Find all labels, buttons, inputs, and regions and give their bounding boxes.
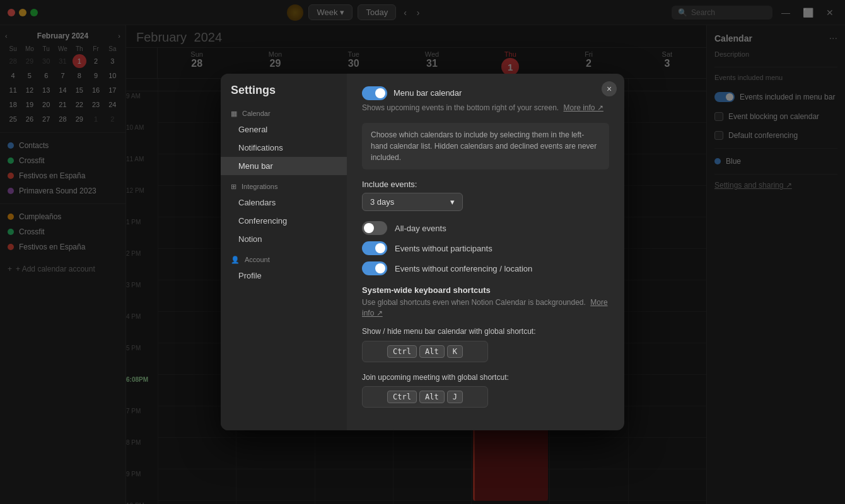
modal-overlay[interactable]: Settings ▦ Calendar General Notification… (0, 0, 845, 504)
shortcut-ctrl1: Ctrl (387, 345, 417, 358)
settings-nav-integrations-group: ⊞ Integrations Calendars Conferencing No… (221, 180, 347, 248)
settings-title: Settings (221, 84, 347, 107)
chevron-down-icon: ▾ (450, 197, 455, 207)
shortcut-show-hide-box: Ctrl Alt K (362, 341, 488, 362)
settings-nav-integrations-header: ⊞ Integrations (221, 180, 347, 193)
shortcut-ctrl2: Ctrl (387, 391, 417, 403)
menu-bar-calendar-desc-text: Shows upcoming events in the bottom righ… (362, 103, 559, 112)
shortcut-k: K (447, 345, 463, 358)
settings-nav-account-group: 👤 Account Profile (221, 253, 347, 285)
shortcut-j: J (447, 391, 463, 403)
settings-nav-integrations-label: Integrations (242, 183, 277, 190)
keyboard-shortcuts-section: System-wide keyboard shortcuts Use globa… (362, 285, 609, 408)
settings-nav-conferencing[interactable]: Conferencing (221, 212, 347, 230)
include-events-label: Include events: (362, 180, 609, 189)
menu-bar-calendar-row: Menu bar calendar Shows upcoming events … (362, 86, 609, 113)
settings-close-button[interactable]: × (602, 81, 617, 96)
shortcut-alt1: Alt (419, 345, 445, 358)
settings-nav-calendar-group: ▦ Calendar General Notifications Menu ba… (221, 107, 347, 175)
keyboard-shortcuts-header: System-wide keyboard shortcuts (362, 285, 609, 295)
keyboard-shortcuts-desc-text: Use global shortcuts even when Notion Ca… (362, 298, 586, 307)
all-day-events-toggle[interactable] (362, 221, 387, 235)
join-meeting-label: Join upcoming meeting with global shortc… (362, 372, 609, 383)
settings-nav-calendar-label: Calendar (242, 110, 271, 117)
settings-nav-menu-bar[interactable]: Menu bar (221, 157, 347, 175)
events-without-participants-label: Events without participants (395, 244, 492, 253)
calendar-icon: ▦ (231, 110, 237, 118)
all-day-events-label: All-day events (395, 224, 446, 233)
account-icon: 👤 (231, 256, 240, 264)
events-without-conf-row: Events without conferencing / location (362, 261, 609, 275)
include-events-select[interactable]: 3 days ▾ (362, 193, 463, 211)
settings-nav-notifications[interactable]: Notifications (221, 139, 347, 157)
settings-nav-notion[interactable]: Notion (221, 230, 347, 248)
show-hide-label: Show / hide menu bar calendar with globa… (362, 326, 609, 337)
include-events-row: Include events: 3 days ▾ (362, 180, 609, 211)
all-day-events-row: All-day events (362, 221, 609, 235)
menu-bar-calendar-toggle[interactable] (362, 86, 387, 100)
settings-nav-account-label: Account (245, 256, 270, 263)
events-without-participants-toggle[interactable] (362, 241, 387, 255)
settings-modal: Settings ▦ Calendar General Notification… (221, 74, 624, 431)
settings-nav-account-header: 👤 Account (221, 253, 347, 266)
settings-content: Menu bar calendar Shows upcoming events … (347, 74, 624, 431)
menu-bar-calendar-label: Menu bar calendar (393, 88, 462, 98)
info-box: Choose which calendars to include by sel… (362, 123, 609, 169)
settings-nav-calendars[interactable]: Calendars (221, 193, 347, 212)
more-info-link[interactable]: More info ↗ (564, 103, 603, 112)
menu-bar-calendar-header: Menu bar calendar (362, 86, 609, 100)
integrations-icon: ⊞ (231, 183, 236, 191)
settings-nav-profile[interactable]: Profile (221, 266, 347, 285)
keyboard-shortcuts-desc: Use global shortcuts even when Notion Ca… (362, 297, 609, 319)
settings-nav-calendar-header: ▦ Calendar (221, 107, 347, 120)
events-without-conf-toggle[interactable] (362, 261, 387, 275)
include-events-value: 3 days (370, 197, 394, 207)
shortcut-join-meeting-box: Ctrl Alt J (362, 386, 488, 408)
events-without-participants-row: Events without participants (362, 241, 609, 255)
shortcut-alt2: Alt (419, 391, 445, 403)
settings-nav-general[interactable]: General (221, 120, 347, 139)
menu-bar-calendar-desc: Shows upcoming events in the bottom righ… (362, 103, 609, 113)
settings-nav: Settings ▦ Calendar General Notification… (221, 74, 347, 431)
events-without-conf-label: Events without conferencing / location (395, 264, 532, 273)
